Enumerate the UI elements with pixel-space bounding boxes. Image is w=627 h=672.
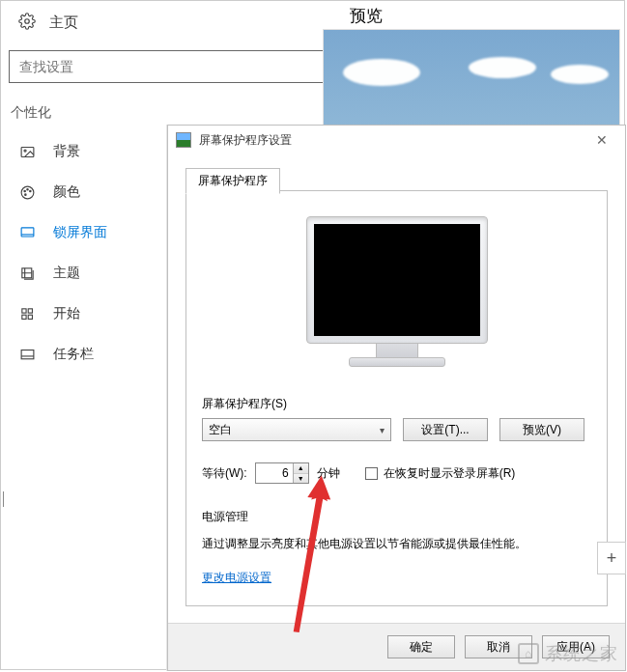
palette-icon xyxy=(18,184,36,201)
spinner-up-icon[interactable]: ▲ xyxy=(294,463,308,474)
sidebar-item-label: 背景 xyxy=(53,143,80,160)
dialog-icon xyxy=(176,132,191,148)
screensaver-value: 空白 xyxy=(209,422,232,438)
wait-unit: 分钟 xyxy=(317,465,340,482)
preview-button[interactable]: 预览(V) xyxy=(499,418,584,441)
apply-button[interactable]: 应用(A) xyxy=(542,635,610,658)
screensaver-label: 屏幕保护程序(S) xyxy=(202,396,591,412)
power-desc: 通过调整显示亮度和其他电源设置以节省能源或提供最佳性能。 xyxy=(202,535,591,552)
svg-point-8 xyxy=(29,190,30,191)
power-settings-link[interactable]: 更改电源设置 xyxy=(202,570,271,586)
preview-title: 预览 xyxy=(323,1,626,29)
svg-rect-16 xyxy=(21,315,25,319)
taskbar-icon xyxy=(18,347,36,363)
cancel-button[interactable]: 取消 xyxy=(465,635,532,658)
svg-point-4 xyxy=(23,150,25,152)
theme-icon xyxy=(18,266,36,282)
svg-rect-14 xyxy=(21,308,25,312)
caret-marker xyxy=(3,491,4,507)
dialog-title: 屏幕保护程序设置 xyxy=(199,132,586,149)
ok-button[interactable]: 确定 xyxy=(387,635,455,658)
add-button[interactable]: + xyxy=(597,542,626,574)
wait-label: 等待(W): xyxy=(202,465,247,482)
power-section-title: 电源管理 xyxy=(202,509,591,525)
svg-rect-17 xyxy=(28,315,32,319)
resume-label: 在恢复时显示登录屏幕(R) xyxy=(384,465,516,482)
dialog-footer: 确定 取消 应用(A) xyxy=(168,623,625,670)
sidebar-item-label: 颜色 xyxy=(53,183,80,201)
tab-screensaver[interactable]: 屏幕保护程序 xyxy=(185,168,280,194)
start-icon xyxy=(18,306,36,322)
home-label: 主页 xyxy=(49,14,78,32)
svg-point-0 xyxy=(25,19,30,24)
sidebar-item-label: 锁屏界面 xyxy=(53,224,107,241)
settings-button[interactable]: 设置(T)... xyxy=(403,418,488,441)
checkbox-icon xyxy=(365,467,378,480)
sidebar-item-label: 开始 xyxy=(53,305,80,322)
svg-rect-3 xyxy=(21,147,34,156)
svg-point-6 xyxy=(23,190,24,191)
lockscreen-icon xyxy=(18,225,36,241)
image-icon xyxy=(18,144,36,160)
resume-checkbox[interactable]: 在恢复时显示登录屏幕(R) xyxy=(365,465,516,482)
gear-icon xyxy=(18,13,36,33)
svg-point-7 xyxy=(26,188,27,189)
wait-minutes-spinner[interactable]: ▲ ▼ xyxy=(255,462,309,484)
sidebar-item-label: 任务栏 xyxy=(53,346,94,363)
dialog-titlebar: 屏幕保护程序设置 ✕ xyxy=(168,126,625,154)
screensaver-combobox[interactable]: 空白 ▾ xyxy=(202,418,391,441)
spinner-down-icon[interactable]: ▼ xyxy=(294,474,308,484)
close-icon[interactable]: ✕ xyxy=(586,132,617,148)
sidebar-item-label: 主题 xyxy=(53,265,80,282)
svg-rect-15 xyxy=(28,308,32,312)
chevron-down-icon: ▾ xyxy=(380,425,385,435)
screensaver-dialog: 屏幕保护程序设置 ✕ 屏幕保护程序 屏幕保护程序(S) xyxy=(167,125,626,671)
svg-point-9 xyxy=(24,193,25,194)
screensaver-preview-monitor xyxy=(306,216,488,367)
wait-minutes-input[interactable] xyxy=(256,463,293,483)
